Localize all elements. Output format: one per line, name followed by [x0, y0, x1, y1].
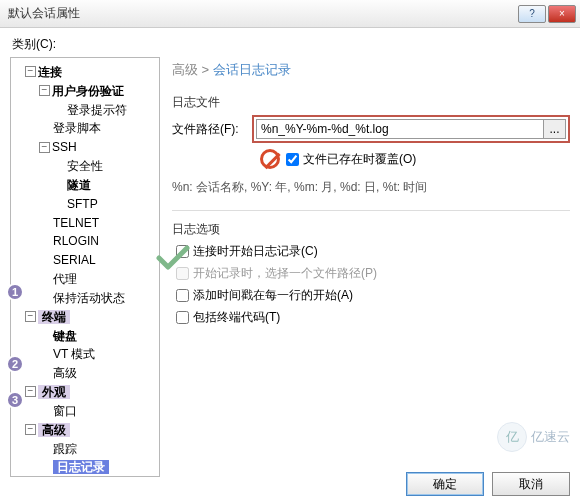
breadcrumb-parent: 高级 — [172, 62, 198, 77]
start-on-connect-label: 连接时开始日志记录(C) — [193, 243, 318, 260]
forbidden-icon — [260, 149, 280, 169]
path-input[interactable] — [256, 119, 544, 139]
tree-proxy[interactable]: 代理 — [53, 272, 77, 286]
tree-terminal[interactable]: 终端 — [38, 310, 70, 324]
tree-auth[interactable]: 用户身份验证 — [52, 84, 124, 98]
dialog-footer: 确定 取消 — [406, 472, 570, 496]
category-tree[interactable]: −连接 −用户身份验证 登录提示符 登录脚本 −SSH 安全性 隧道 SFTP … — [10, 57, 160, 477]
watermark-text: 亿速云 — [531, 428, 570, 446]
tree-keepalive[interactable]: 保持活动状态 — [53, 291, 125, 305]
collapse-icon[interactable]: − — [25, 386, 36, 397]
tree-serial[interactable]: SERIAL — [53, 253, 96, 267]
annotation-badge-1: 1 — [6, 283, 24, 301]
tree-loginscript[interactable]: 登录脚本 — [53, 121, 101, 135]
terminal-code-checkbox[interactable] — [176, 311, 189, 324]
close-button[interactable]: × — [548, 5, 576, 23]
tree-connection[interactable]: 连接 — [38, 65, 62, 79]
help-button[interactable]: ? — [518, 5, 546, 23]
browse-button[interactable]: ... — [544, 119, 566, 139]
tree-advanced1[interactable]: 高级 — [53, 366, 77, 380]
collapse-icon[interactable]: − — [25, 424, 36, 435]
select-path-label: 开始记录时，选择一个文件路径(P) — [193, 265, 377, 282]
tree-rlogin[interactable]: RLOGIN — [53, 234, 99, 248]
collapse-icon[interactable]: − — [25, 311, 36, 322]
overwrite-checkbox[interactable] — [286, 153, 299, 166]
category-label: 类别(C): — [12, 36, 570, 53]
overwrite-label: 文件已存在时覆盖(O) — [303, 151, 416, 168]
tree-tunnel[interactable]: 隧道 — [67, 178, 91, 192]
tree-telnet[interactable]: TELNET — [53, 215, 99, 229]
path-label: 文件路径(F): — [172, 121, 252, 138]
window-title: 默认会话属性 — [8, 5, 516, 22]
watermark-icon: 亿 — [497, 422, 527, 452]
tree-trace[interactable]: 跟踪 — [53, 441, 77, 455]
options-heading: 日志选项 — [172, 221, 570, 238]
divider — [172, 210, 570, 211]
tree-keyboard[interactable]: 键盘 — [53, 328, 77, 342]
tree-window[interactable]: 窗口 — [53, 404, 77, 418]
timestamp-checkbox[interactable] — [176, 289, 189, 302]
titlebar: 默认会话属性 ? × — [0, 0, 580, 28]
tree-security[interactable]: 安全性 — [67, 159, 103, 173]
tree-ssh[interactable]: SSH — [52, 140, 77, 154]
checkmark-icon — [156, 244, 190, 275]
logfile-heading: 日志文件 — [172, 94, 570, 111]
breadcrumb-current: 会话日志记录 — [213, 62, 291, 77]
breadcrumb: 高级 > 会话日志记录 — [172, 57, 570, 86]
timestamp-label: 添加时间戳在每一行的开始(A) — [193, 287, 353, 304]
path-highlight: ... — [252, 115, 570, 143]
collapse-icon[interactable]: − — [25, 66, 36, 77]
collapse-icon[interactable]: − — [39, 85, 50, 96]
content-panel: 高级 > 会话日志记录 日志文件 文件路径(F): ... 文件已存在时覆盖(O… — [160, 57, 570, 477]
watermark: 亿 亿速云 — [497, 422, 570, 452]
annotation-badge-2: 2 — [6, 355, 24, 373]
tree-loginprompt[interactable]: 登录提示符 — [67, 102, 127, 116]
cancel-button[interactable]: 取消 — [492, 472, 570, 496]
tree-vtmode[interactable]: VT 模式 — [53, 347, 95, 361]
tree-sftp[interactable]: SFTP — [67, 197, 98, 211]
annotation-badge-3: 3 — [6, 391, 24, 409]
tree-appearance[interactable]: 外观 — [38, 385, 70, 399]
terminal-code-label: 包括终端代码(T) — [193, 309, 280, 326]
tree-advanced2[interactable]: 高级 — [38, 423, 70, 437]
ok-button[interactable]: 确定 — [406, 472, 484, 496]
format-hint: %n: 会话名称, %Y: 年, %m: 月, %d: 日, %t: 时间 — [172, 179, 570, 196]
tree-logging[interactable]: 日志记录 — [53, 460, 109, 474]
collapse-icon[interactable]: − — [39, 142, 50, 153]
